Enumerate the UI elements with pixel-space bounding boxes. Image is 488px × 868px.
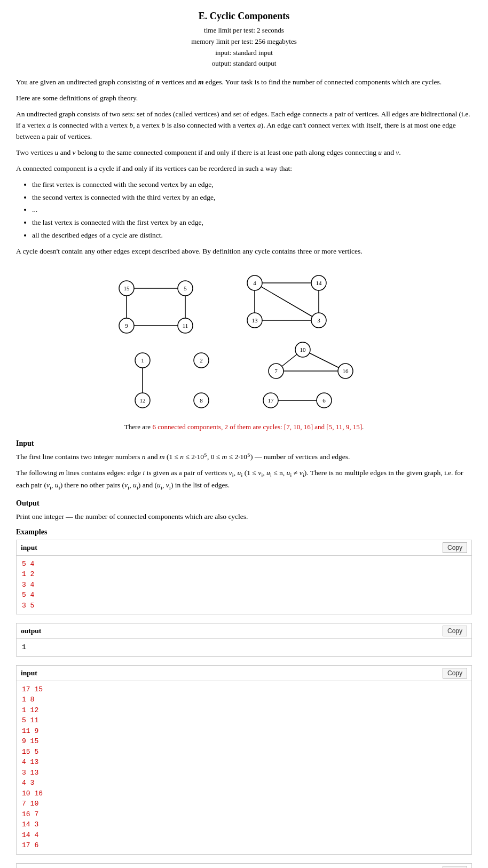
input-text-1: The first line contains two integer numb… [16,452,472,463]
graph-caption-normal: There are [124,423,153,431]
svg-text:4: 4 [253,280,256,286]
svg-text:10: 10 [300,346,306,353]
svg-text:8: 8 [200,397,203,404]
memory-limit: memory limit per test: 256 megabytes [16,36,472,48]
svg-text:2: 2 [200,357,203,364]
bullet-5: all the described edges of a cycle are d… [32,230,472,241]
intro-para-1: You are given an undirected graph consis… [16,77,472,88]
intro-para-3: An undirected graph consists of two sets… [16,109,472,143]
svg-text:7: 7 [274,368,278,374]
example-1-input-header: input Copy [17,540,471,556]
intro-para-6: A cycle doesn't contain any other edges … [16,246,472,257]
time-limit: time limit per test: 2 seconds [16,25,472,36]
example-1-input-label: input [21,543,37,552]
example-2-input-header: input Copy [17,666,471,681]
example-2-block: input Copy 17 15 1 8 1 12 5 11 11 9 9 15… [16,665,472,855]
output-title: Output [16,498,472,509]
example-1-output-copy-button[interactable]: Copy [443,626,467,636]
bullet-3: ... [32,204,472,216]
intro-para-4: Two vertices u and v belong to the same … [16,147,472,159]
input-text-2: The following m lines contains edges: ed… [16,468,472,492]
svg-text:5: 5 [184,285,187,291]
graph-caption-end: . [362,423,364,431]
svg-text:14: 14 [316,280,322,286]
svg-text:16: 16 [343,368,349,374]
example-1-output-data: 1 [17,639,471,656]
cycle-definition-list: the first vertex is connected with the s… [32,179,472,242]
example-1-output-block: output Copy 1 [16,623,472,657]
example-2-input-copy-button[interactable]: Copy [443,668,467,678]
bullet-1: the first vertex is connected with the s… [32,179,472,191]
output-type: output: standard output [16,58,472,69]
example-2-input-data: 17 15 1 8 1 12 5 11 11 9 9 15 15 5 4 13 … [17,681,471,854]
example-1-output-label: output [21,627,41,635]
example-2-output-header: output Copy [17,864,471,868]
example-1-output-header: output Copy [17,624,471,639]
svg-text:15: 15 [124,285,130,291]
intro-para-2: Here are some definitions of graph theor… [16,93,472,104]
example-1-input-copy-button[interactable]: Copy [443,542,467,553]
output-text: Print one integer — the number of connec… [16,511,472,523]
input-type: input: standard input [16,48,472,59]
svg-text:11: 11 [183,322,188,329]
graph-caption-highlight: 6 connected components, 2 of them are cy… [152,423,362,431]
examples-title: Examples [16,528,472,536]
io-section: Input The first line contains two intege… [16,438,472,522]
graph-illustration: 15 5 11 9 4 14 3 13 10 16 7 [16,267,472,419]
problem-text: You are given an undirected graph consis… [16,77,472,257]
graph-caption: There are 6 connected components, 2 of t… [16,423,472,431]
example-1-input-data: 5 4 1 2 3 4 5 4 3 5 [17,556,471,614]
page-title: E. Cyclic Components [16,11,472,22]
example-2-input-label: input [21,669,37,677]
svg-text:17: 17 [268,397,274,404]
example-2-output-block: output Copy 2 [16,863,472,868]
svg-text:9: 9 [125,322,128,329]
input-title: Input [16,438,472,449]
svg-text:1: 1 [141,357,144,364]
examples-section: Examples input Copy 5 4 1 2 3 4 5 4 3 5 … [16,528,472,868]
meta-block: time limit per test: 2 seconds memory li… [16,25,472,69]
example-1-block: input Copy 5 4 1 2 3 4 5 4 3 5 [16,540,472,615]
bullet-4: the last vertex is connected with the fi… [32,217,472,228]
svg-line-14 [255,283,319,320]
svg-text:12: 12 [140,397,146,404]
svg-text:3: 3 [317,317,320,323]
graph-svg: 15 5 11 9 4 14 3 13 10 16 7 [95,267,393,416]
example-2-output-copy-button[interactable]: Copy [443,866,467,868]
bullet-2: the second vertex is connected with the … [32,192,472,203]
intro-para-5: A connected component is a cycle if and … [16,163,472,175]
svg-text:6: 6 [322,397,326,404]
svg-text:13: 13 [252,317,258,323]
